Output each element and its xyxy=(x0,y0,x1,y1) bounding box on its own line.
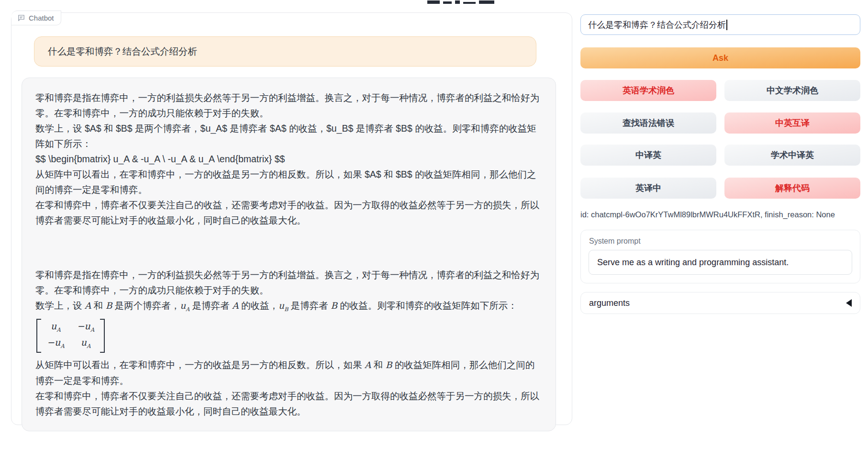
matrix-right-bracket xyxy=(100,319,105,353)
action-zh-to-en[interactable]: 中译英 xyxy=(580,145,716,166)
arguments-accordion-label: arguments xyxy=(589,298,630,308)
arguments-accordion[interactable]: arguments xyxy=(580,292,860,314)
question-input-value: 什么是零和博弈？结合公式介绍分析 xyxy=(588,19,726,31)
action-chinese-academic-polish[interactable]: 中文学术润色 xyxy=(724,80,860,101)
action-find-grammar-errors[interactable]: 查找语法错误 xyxy=(580,112,716,134)
bot-raw-paragraph: 在零和博弈中，博弈者不仅要关注自己的收益，还需要考虑对手的收益。因为一方取得的收… xyxy=(35,197,542,228)
question-input[interactable]: 什么是零和博弈？结合公式介绍分析 xyxy=(580,14,860,35)
action-en-to-zh[interactable]: 英译中 xyxy=(580,178,716,199)
rendered-matrix: uA−uA−uAuA xyxy=(35,317,542,358)
bot-raw-paragraph: 数学上，设 $A$ 和 $B$ 是两个博弈者，$u_A$ 是博弈者 $A$ 的收… xyxy=(35,121,542,151)
bot-rendered-paragraph: 零和博弈是指在博弈中，一方的利益损失必然等于另一方的利益增益。换言之，对于每一种… xyxy=(35,267,542,298)
matrix-cells: uA−uA−uAuA xyxy=(41,319,100,353)
bot-raw-paragraph: 从矩阵中可以看出，在零和博弈中，一方的收益是另一方的相反数。所以，如果 $A$ … xyxy=(35,167,542,197)
chat-bubble-icon xyxy=(17,14,25,22)
app-window: Chatbot 什么是零和博弈？结合公式介绍分析 零和博弈是指在博弈中，一方的利… xyxy=(0,0,868,460)
bot-rendered-paragraph: 从矩阵中可以看出，在零和博弈中，一方的收益是另一方的相反数。所以，如果 A 和 … xyxy=(35,357,542,388)
text-cursor xyxy=(726,20,727,30)
bot-message-bubble: 零和博弈是指在博弈中，一方的利益损失必然等于另一方的利益增益。换言之，对于每一种… xyxy=(22,78,556,431)
user-message-bubble: 什么是零和博弈？结合公式介绍分析 xyxy=(34,36,536,67)
system-prompt-label: System prompt xyxy=(589,237,860,246)
collapse-arrow-icon xyxy=(846,299,852,307)
response-status-line: id: chatcmpl-6wOo7KrYTwMl89lbrMWRu4UkFFX… xyxy=(580,210,860,219)
system-prompt-input[interactable]: Serve me as a writing and programming as… xyxy=(589,250,852,275)
ask-button[interactable]: Ask xyxy=(580,47,860,68)
paragraph-gap xyxy=(35,228,542,267)
matrix-left-bracket xyxy=(36,319,41,353)
system-prompt-value: Serve me as a writing and programming as… xyxy=(597,258,789,268)
clipped-page-title xyxy=(427,0,499,4)
action-academic-zh-to-en[interactable]: 学术中译英 xyxy=(724,145,860,166)
bot-rendered-paragraph: 在零和博弈中，博弈者不仅要关注自己的收益，还需要考虑对手的收益。因为一方取得的收… xyxy=(35,388,542,419)
action-english-academic-polish[interactable]: 英语学术润色 xyxy=(580,80,716,101)
chatbot-label-text: Chatbot xyxy=(29,14,54,22)
bot-raw-latex: $$ \begin{bmatrix} u_A & -u_A \ -u_A & u… xyxy=(35,151,542,167)
system-prompt-card: System prompt Serve me as a writing and … xyxy=(580,230,860,283)
bot-raw-paragraph: 零和博弈是指在博弈中，一方的利益损失必然等于另一方的利益增益。换言之，对于每一种… xyxy=(35,90,542,121)
action-explain-code[interactable]: 解释代码 xyxy=(724,178,860,199)
chatbot-panel: Chatbot 什么是零和博弈？结合公式介绍分析 零和博弈是指在博弈中，一方的利… xyxy=(11,12,572,425)
chatbot-label: Chatbot xyxy=(11,11,61,25)
bot-rendered-paragraph: 数学上，设 A 和 B 是两个博弈者，uA 是博弈者 A 的收益，uB 是博弈者… xyxy=(35,298,542,317)
action-zh-en-mutual-translate[interactable]: 中英互译 xyxy=(724,112,860,134)
ask-button-label: Ask xyxy=(712,53,728,63)
user-message-text: 什么是零和博弈？结合公式介绍分析 xyxy=(48,46,197,56)
